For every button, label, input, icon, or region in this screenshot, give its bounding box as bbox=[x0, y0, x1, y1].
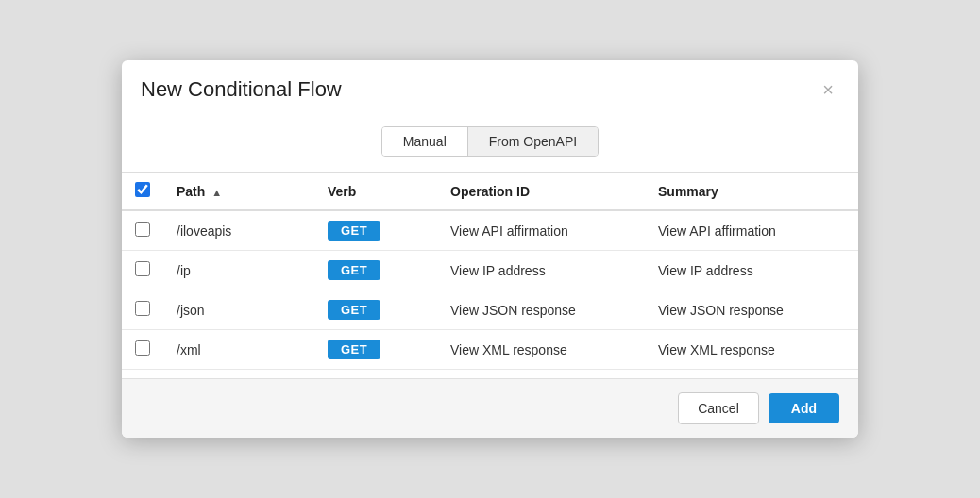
dialog-footer: Cancel Add bbox=[122, 378, 858, 438]
row-path: /ip bbox=[163, 251, 314, 290]
header-verb: Verb bbox=[314, 173, 437, 211]
table-row: /iloveapis GET View API affirmation View… bbox=[122, 210, 858, 251]
dialog-header: New Conditional Flow × bbox=[122, 60, 858, 115]
row-checkbox[interactable] bbox=[135, 222, 150, 237]
toggle-bar: Manual From OpenAPI bbox=[122, 115, 858, 172]
header-check-cell bbox=[122, 173, 163, 211]
row-checkbox[interactable] bbox=[135, 340, 150, 356]
close-button[interactable]: × bbox=[817, 78, 839, 101]
verb-badge: GET bbox=[328, 221, 380, 241]
row-path: /xml bbox=[163, 330, 314, 370]
toggle-manual[interactable]: Manual bbox=[382, 127, 468, 156]
table-body: /iloveapis GET View API affirmation View… bbox=[122, 210, 858, 370]
header-operation-id: Operation ID bbox=[437, 173, 645, 211]
row-check-cell bbox=[122, 330, 163, 370]
row-summary: View JSON response bbox=[645, 290, 858, 330]
table-row: /ip GET View IP address View IP address bbox=[122, 251, 858, 290]
header-path[interactable]: Path ▲ bbox=[163, 173, 314, 211]
header-checkbox[interactable] bbox=[135, 182, 150, 197]
row-operation-id: View IP address bbox=[437, 251, 645, 290]
row-verb: GET bbox=[314, 290, 437, 330]
row-verb: GET bbox=[314, 210, 437, 251]
row-check-cell bbox=[122, 251, 163, 290]
row-operation-id: View XML response bbox=[437, 330, 645, 370]
table-row: /json GET View JSON response View JSON r… bbox=[122, 290, 858, 330]
row-operation-id: View JSON response bbox=[437, 290, 645, 330]
row-path: /json bbox=[163, 290, 314, 330]
header-summary: Summary bbox=[645, 173, 858, 211]
row-verb: GET bbox=[314, 330, 437, 370]
row-verb: GET bbox=[314, 251, 437, 290]
row-summary: View XML response bbox=[645, 330, 858, 370]
table-container: Path ▲ Verb Operation ID Summary /ilovea… bbox=[122, 172, 858, 378]
verb-badge: GET bbox=[328, 260, 380, 280]
add-button[interactable]: Add bbox=[769, 393, 839, 423]
toggle-from-openapi[interactable]: From OpenAPI bbox=[468, 127, 598, 156]
dialog: New Conditional Flow × Manual From OpenA… bbox=[122, 60, 858, 438]
cancel-button[interactable]: Cancel bbox=[678, 392, 759, 424]
row-path: /iloveapis bbox=[163, 210, 314, 251]
row-summary: View API affirmation bbox=[645, 210, 858, 251]
row-operation-id: View API affirmation bbox=[437, 210, 645, 251]
verb-badge: GET bbox=[328, 340, 380, 359]
table-header-row: Path ▲ Verb Operation ID Summary bbox=[122, 173, 858, 211]
dialog-title: New Conditional Flow bbox=[141, 77, 342, 102]
row-summary: View IP address bbox=[645, 251, 858, 290]
row-checkbox[interactable] bbox=[135, 261, 150, 276]
row-check-cell bbox=[122, 290, 163, 330]
api-table: Path ▲ Verb Operation ID Summary /ilovea… bbox=[122, 172, 858, 370]
row-checkbox[interactable] bbox=[135, 301, 150, 316]
toggle-group: Manual From OpenAPI bbox=[381, 126, 599, 157]
table-row: /xml GET View XML response View XML resp… bbox=[122, 330, 858, 370]
sort-arrow-path: ▲ bbox=[211, 187, 222, 198]
verb-badge: GET bbox=[328, 300, 380, 320]
row-check-cell bbox=[122, 210, 163, 251]
